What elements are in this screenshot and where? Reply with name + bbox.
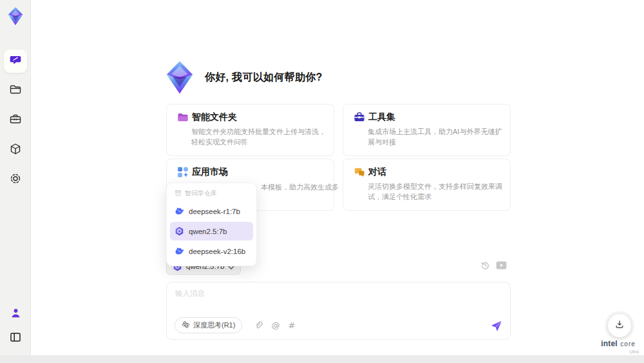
sidebar-nav (4, 50, 27, 191)
intel-ultra-text: Ultra (594, 349, 643, 355)
composer-toolbar: 深度思考(R1) @ # (175, 317, 502, 333)
greeting-title: 你好, 我可以如何帮助你? (205, 71, 323, 84)
composer-icons: @ # (254, 321, 295, 330)
atom-icon (182, 320, 190, 330)
history-icon[interactable] (480, 260, 490, 270)
card-title: 对话 (368, 166, 386, 178)
sidebar-item-models[interactable] (4, 139, 27, 162)
conversation-actions (480, 260, 507, 270)
user-icon (10, 307, 22, 322)
card-dialogue[interactable]: 对话 灵活切换多模型文件，支持多样回复效果调试，满足个性化需求 (343, 159, 511, 211)
cube-icon (9, 142, 22, 158)
card-title: 智能文件夹 (192, 112, 237, 123)
intel-core-logo: intel core Ultra (594, 337, 643, 354)
sidebar-item-settings[interactable] (4, 168, 27, 191)
sidebar-item-toolbox[interactable] (4, 109, 27, 132)
model-dropdown: 智问学仓库 deepseek-r1:7b qwen2.5:7b (166, 182, 257, 266)
chat-amber-icon (354, 166, 365, 178)
model-dropdown-header: 智问学仓库 (170, 187, 253, 202)
model-option-label: deepseek-r1:7b (189, 208, 240, 215)
repo-box-icon (175, 190, 182, 198)
briefcase-icon (9, 113, 22, 128)
qwen-icon (175, 226, 184, 236)
bottom-strip (0, 355, 644, 363)
toolbox-indigo-icon (354, 112, 365, 123)
folder-icon (9, 83, 22, 99)
intel-core-text: core (620, 340, 635, 348)
message-input[interactable] (175, 289, 500, 315)
card-toolset[interactable]: 工具集 集成市场上主流工具，助力AI与外界无缝扩展与对接 (343, 104, 511, 156)
download-icon (614, 319, 625, 332)
card-title: 应用市场 (192, 166, 228, 178)
card-description: 集成市场上主流工具，助力AI与外界无缝扩展与对接 (368, 126, 507, 147)
card-description: 智能文件夹功能支持批量文件上传与清洗，轻松实现文件问答 (191, 126, 330, 147)
model-option-deepseek-r1[interactable]: deepseek-r1:7b (170, 202, 253, 221)
intel-logo-text: intel (601, 339, 618, 348)
at-icon[interactable]: @ (271, 321, 279, 329)
card-description: 灵活切换多模型文件，支持多样回复效果调试，满足个性化需求 (368, 181, 507, 202)
folder-purple-icon (177, 112, 189, 123)
send-icon[interactable] (491, 320, 502, 331)
composer: 深度思考(R1) @ # (166, 282, 511, 340)
paperclip-icon[interactable] (254, 321, 263, 330)
model-dropdown-header-label: 智问学仓库 (185, 189, 217, 198)
card-title: 工具集 (368, 112, 395, 123)
sidebar-item-panel[interactable] (4, 327, 27, 350)
deep-think-label: 深度思考(R1) (193, 320, 235, 330)
sidebar-item-chat[interactable] (4, 50, 27, 73)
gear-icon (9, 172, 22, 188)
greeting: 你好, 我可以如何帮助你? (162, 60, 323, 95)
sidebar-panel-icon (9, 331, 22, 346)
sidebar (0, 0, 31, 355)
card-description-partial: 本模板，助力高效生成多 (261, 182, 339, 192)
sidebar-bottom (0, 302, 31, 350)
apps-market-icon (177, 166, 189, 178)
sidebar-item-account[interactable] (4, 302, 27, 326)
assistant-logo-icon (162, 60, 197, 95)
deep-think-toggle[interactable]: 深度思考(R1) (175, 317, 242, 333)
app-window: 你好, 我可以如何帮助你? 智能文件夹 智能文件夹功能支持批量文件上传与清洗，轻… (0, 0, 644, 363)
app-logo-icon (5, 5, 26, 27)
hash-icon[interactable]: # (288, 321, 295, 329)
deepseek-icon (175, 246, 184, 256)
video-icon[interactable] (496, 261, 507, 270)
sidebar-item-folders[interactable] (4, 79, 27, 103)
chat-bubble-icon (9, 54, 22, 69)
model-option-label: deepseek-v2:16b (189, 248, 245, 255)
model-option-deepseek-v2[interactable]: deepseek-v2:16b (170, 242, 253, 260)
card-smart-folder[interactable]: 智能文件夹 智能文件夹功能支持批量文件上传与清洗，轻松实现文件问答 (166, 104, 334, 156)
download-button[interactable] (608, 314, 631, 337)
model-option-qwen[interactable]: qwen2.5:7b (170, 222, 253, 240)
deepseek-icon (175, 206, 184, 216)
model-option-label: qwen2.5:7b (189, 228, 227, 235)
